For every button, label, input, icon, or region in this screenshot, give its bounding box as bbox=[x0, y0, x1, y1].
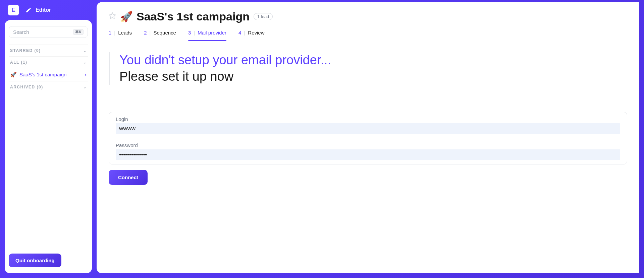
tab-number: 3 bbox=[188, 30, 191, 36]
star-icon[interactable] bbox=[109, 12, 116, 21]
svg-marker-0 bbox=[109, 13, 115, 18]
tabs: 1 | Leads 2 | Sequence 3 | Mail provider… bbox=[97, 30, 639, 41]
content-header: 🚀 SaaS's 1st campaign 1 lead 1 | Leads 2… bbox=[97, 2, 639, 41]
password-input[interactable] bbox=[116, 149, 620, 160]
section-label: ALL (1) bbox=[10, 60, 28, 65]
tab-number: 2 bbox=[144, 30, 147, 36]
tab-review[interactable]: 4 | Review bbox=[238, 30, 264, 41]
logo[interactable]: E bbox=[8, 5, 19, 15]
quit-onboarding-button[interactable]: Quit onboarding bbox=[9, 254, 61, 267]
tab-separator: | bbox=[149, 30, 151, 36]
login-field-group: Login bbox=[109, 112, 627, 138]
page-title: SaaS's 1st campaign bbox=[137, 10, 250, 23]
search-shortcut: ⌘K bbox=[73, 29, 84, 35]
tab-leads[interactable]: 1 | Leads bbox=[109, 30, 132, 41]
sidebar-item-campaign[interactable]: 🚀 SaaS's 1st campaign › bbox=[9, 68, 88, 81]
chevron-down-icon: ⌄ bbox=[83, 85, 87, 89]
tab-separator: | bbox=[194, 30, 195, 36]
password-label: Password bbox=[116, 142, 620, 148]
tab-separator: | bbox=[244, 30, 245, 36]
tab-number: 4 bbox=[238, 30, 241, 36]
main-container: Search ⌘K STARRED (0) ⌄ ALL (1) ⌄ 🚀 SaaS… bbox=[0, 20, 644, 278]
section-label: ARCHIVED (0) bbox=[10, 85, 43, 89]
content-area: 🚀 SaaS's 1st campaign 1 lead 1 | Leads 2… bbox=[97, 2, 639, 273]
search-input[interactable]: Search ⌘K bbox=[9, 26, 88, 38]
sidebar-item-left: 🚀 SaaS's 1st campaign bbox=[10, 71, 66, 78]
login-form: Login Password bbox=[109, 112, 627, 164]
tab-number: 1 bbox=[109, 30, 111, 36]
editor-label: Editor bbox=[36, 7, 51, 13]
section-label: STARRED (0) bbox=[10, 48, 41, 53]
search-placeholder: Search bbox=[13, 29, 29, 35]
logo-letter: E bbox=[11, 7, 15, 14]
lead-badge: 1 lead bbox=[254, 13, 273, 20]
sidebar-section-archived[interactable]: ARCHIVED (0) ⌄ bbox=[9, 81, 88, 93]
tab-sequence[interactable]: 2 | Sequence bbox=[144, 30, 176, 41]
tab-mail-provider[interactable]: 3 | Mail provider bbox=[188, 30, 226, 41]
sidebar-item-label: SaaS's 1st campaign bbox=[19, 72, 66, 77]
sidebar-section-all[interactable]: ALL (1) ⌄ bbox=[9, 56, 88, 68]
tab-label: Review bbox=[248, 30, 264, 36]
message-line2: Please set it up now bbox=[119, 68, 627, 85]
tab-label: Mail provider bbox=[198, 30, 226, 36]
tab-label: Sequence bbox=[153, 30, 176, 36]
chevron-down-icon: ⌄ bbox=[83, 60, 87, 65]
connect-button[interactable]: Connect bbox=[109, 170, 148, 185]
pencil-icon bbox=[25, 7, 32, 13]
tab-label: Leads bbox=[118, 30, 132, 36]
campaign-title-row: 🚀 SaaS's 1st campaign 1 lead bbox=[109, 10, 627, 23]
password-field-group: Password bbox=[109, 138, 627, 164]
tab-separator: | bbox=[114, 30, 115, 36]
sidebar-section-starred[interactable]: STARRED (0) ⌄ bbox=[9, 45, 88, 56]
login-label: Login bbox=[116, 116, 620, 122]
login-input[interactable] bbox=[116, 123, 620, 134]
chevron-down-icon: ⌄ bbox=[83, 48, 87, 53]
sidebar: Search ⌘K STARRED (0) ⌄ ALL (1) ⌄ 🚀 SaaS… bbox=[5, 20, 92, 273]
rocket-icon: 🚀 bbox=[10, 71, 17, 78]
content-body: You didn't setup your email provider... … bbox=[97, 41, 639, 196]
rocket-icon: 🚀 bbox=[120, 11, 132, 22]
message-line1: You didn't setup your email provider... bbox=[119, 52, 627, 68]
message-box: You didn't setup your email provider... … bbox=[109, 52, 627, 85]
chevron-right-icon: › bbox=[85, 72, 87, 77]
